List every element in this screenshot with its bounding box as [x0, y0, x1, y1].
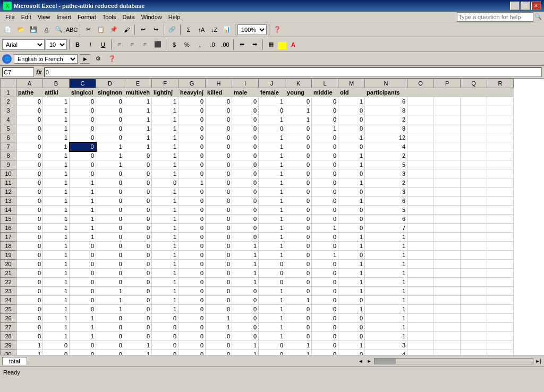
cell[interactable]: 3 — [365, 188, 407, 197]
cell[interactable] — [434, 287, 461, 296]
cell[interactable]: 5 — [365, 160, 407, 169]
cell[interactable]: 0 — [338, 188, 365, 197]
cell[interactable] — [461, 160, 487, 169]
cell[interactable]: 0 — [70, 133, 96, 142]
cell[interactable]: 0 — [232, 142, 259, 151]
cell[interactable]: 4 — [365, 142, 407, 151]
cell[interactable]: 0 — [232, 206, 259, 215]
cell[interactable] — [407, 178, 434, 188]
cell[interactable]: 1 — [70, 323, 96, 332]
cell[interactable]: 0 — [232, 305, 259, 314]
cell[interactable]: 0 — [232, 97, 259, 106]
cell[interactable]: 0 — [232, 124, 259, 133]
cell[interactable]: 0 — [312, 115, 338, 124]
cell[interactable]: 1 — [96, 296, 124, 305]
cell[interactable]: 0 — [285, 314, 312, 323]
cell[interactable]: 0 — [312, 160, 338, 169]
cell[interactable]: 1 — [96, 142, 124, 151]
cell[interactable]: 1 — [152, 296, 178, 305]
cell[interactable]: 1 — [43, 278, 70, 287]
cell[interactable]: 0 — [259, 350, 285, 355]
cell[interactable]: 0 — [285, 269, 312, 278]
cell[interactable]: 0 — [232, 169, 259, 178]
cell[interactable]: 0 — [285, 305, 312, 314]
cell[interactable]: 6 — [365, 97, 407, 106]
cell[interactable] — [434, 323, 461, 332]
cell[interactable]: 0 — [285, 124, 312, 133]
cell[interactable] — [407, 133, 434, 142]
cell[interactable]: 0 — [206, 224, 232, 233]
cell[interactable]: 1 — [338, 151, 365, 160]
cell[interactable]: 8 — [365, 106, 407, 115]
cell[interactable] — [487, 314, 514, 323]
cell[interactable]: 0 — [16, 106, 43, 115]
cell[interactable]: 1 — [124, 341, 151, 350]
cell[interactable]: 8 — [365, 124, 407, 133]
cell[interactable]: 1 — [152, 169, 178, 178]
cell[interactable] — [461, 106, 487, 115]
cell[interactable]: 1 — [152, 233, 178, 242]
cell[interactable]: 1 — [124, 133, 151, 142]
cell[interactable] — [461, 341, 487, 350]
cell[interactable]: 1 — [152, 106, 178, 115]
cell[interactable]: 0 — [70, 278, 96, 287]
cell[interactable]: 1 — [70, 224, 96, 233]
cell[interactable]: 0 — [178, 197, 206, 206]
cell[interactable] — [461, 188, 487, 197]
cell[interactable]: 0 — [206, 206, 232, 215]
cell[interactable]: 0 — [285, 197, 312, 206]
col-header-J[interactable]: J — [259, 79, 285, 88]
cell[interactable]: 1 — [43, 260, 70, 269]
translate-go-button[interactable]: ▶ — [80, 54, 90, 64]
font-color-button[interactable]: A — [287, 39, 299, 50]
cell[interactable]: 1 — [259, 169, 285, 178]
cell[interactable]: 0 — [232, 332, 259, 341]
cell[interactable]: attiki — [43, 88, 70, 97]
cell[interactable]: 1 — [259, 323, 285, 332]
cell[interactable]: 1 — [96, 305, 124, 314]
cell[interactable] — [434, 332, 461, 341]
cell[interactable]: 0 — [178, 169, 206, 178]
cell[interactable]: 0 — [285, 242, 312, 251]
cell[interactable] — [487, 169, 514, 178]
cell[interactable]: 0 — [206, 133, 232, 142]
cell[interactable]: 0 — [206, 332, 232, 341]
cell[interactable]: 1 — [365, 260, 407, 269]
cell[interactable]: 1 — [338, 242, 365, 251]
cell[interactable]: 0 — [285, 188, 312, 197]
cell[interactable]: 1 — [43, 305, 70, 314]
align-center-button[interactable]: ≡ — [126, 39, 138, 50]
col-header-L[interactable]: L — [312, 79, 338, 88]
cell[interactable]: 1 — [43, 133, 70, 142]
col-header-R[interactable]: R — [487, 79, 514, 88]
cell[interactable] — [487, 242, 514, 251]
cell[interactable] — [487, 188, 514, 197]
cell[interactable]: 1 — [338, 269, 365, 278]
cell[interactable]: 0 — [124, 188, 151, 197]
cell[interactable] — [434, 341, 461, 350]
cell[interactable]: 6 — [365, 197, 407, 206]
cell[interactable]: 5 — [365, 206, 407, 215]
col-header-E[interactable]: E — [124, 79, 151, 88]
restore-button[interactable]: □ — [521, 2, 530, 10]
cell[interactable] — [407, 160, 434, 169]
cell[interactable] — [461, 178, 487, 188]
cell[interactable] — [487, 215, 514, 224]
cell[interactable]: 0 — [178, 224, 206, 233]
cell[interactable]: 0 — [285, 224, 312, 233]
cell[interactable]: 0 — [338, 124, 365, 133]
hscroll-thumb[interactable] — [375, 359, 396, 364]
cell[interactable]: 1 — [43, 197, 70, 206]
cell[interactable]: 2 — [365, 178, 407, 188]
cell[interactable] — [407, 88, 434, 97]
cell[interactable]: 1 — [152, 242, 178, 251]
cell[interactable] — [461, 169, 487, 178]
cell[interactable]: 0 — [152, 332, 178, 341]
cell[interactable]: 0 — [232, 224, 259, 233]
autosum-button[interactable]: Σ — [183, 24, 194, 36]
cell[interactable]: 1 — [43, 206, 70, 215]
col-header-K[interactable]: K — [285, 79, 312, 88]
cell[interactable]: 0 — [70, 124, 96, 133]
cell[interactable]: 0 — [285, 233, 312, 242]
cell[interactable]: 0 — [178, 206, 206, 215]
